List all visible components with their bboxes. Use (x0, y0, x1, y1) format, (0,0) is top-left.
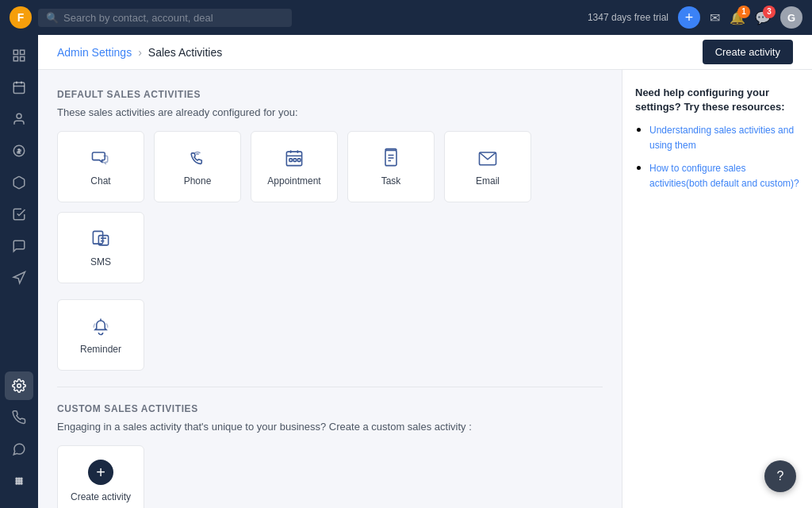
email-button[interactable]: ✉ (710, 10, 720, 25)
svg-point-16 (18, 480, 20, 482)
megaphone-icon (12, 271, 26, 285)
sidebar-item-calendar[interactable] (5, 73, 33, 102)
logo[interactable]: F (10, 6, 32, 29)
activity-label-task: Task (381, 175, 401, 187)
right-panel-link-2[interactable]: How to configure sales activities(both d… (649, 163, 799, 189)
svg-rect-1 (21, 50, 25, 54)
trial-text: 1347 days free trial (588, 12, 668, 23)
svg-rect-4 (13, 83, 25, 94)
right-panel-link-item-1: Understanding sales activities and using… (649, 122, 799, 152)
contacts-icon (12, 112, 26, 126)
custom-activity-grid: + Create activity (57, 445, 603, 508)
activity-card-phone[interactable]: Phone (154, 131, 241, 202)
custom-section-title: CUSTOM SALES ACTIVITIES (57, 403, 603, 414)
custom-section-desc: Engaging in a sales activity that's uniq… (57, 421, 603, 433)
notification-button[interactable]: 🔔 1 (730, 10, 745, 25)
apps-icon (12, 474, 26, 488)
custom-section: CUSTOM SALES ACTIVITIES Engaging in a sa… (57, 403, 603, 508)
right-panel-title: Need help configuring your settings? Try… (635, 86, 799, 114)
reminder-activity-icon (90, 315, 112, 337)
svg-point-14 (21, 478, 22, 479)
activity-label-reminder: Reminder (80, 344, 121, 355)
breadcrumb-separator: › (138, 46, 142, 59)
search-input[interactable] (63, 12, 284, 24)
main-layout: Admin Settings › Sales Activities Create… (0, 35, 812, 508)
phone-icon (12, 410, 26, 425)
default-section-desc: These sales activities are already confi… (57, 106, 603, 118)
sms-activity-icon (90, 228, 112, 250)
avatar[interactable]: G (780, 6, 802, 29)
activity-label-sms: SMS (90, 256, 111, 267)
sidebar-item-home[interactable] (5, 41, 33, 70)
chat-bubble-icon (12, 442, 26, 456)
breadcrumb-parent[interactable]: Admin Settings (57, 46, 132, 59)
breadcrumb-current: Sales Activities (148, 46, 222, 59)
activity-card-email[interactable]: Email (444, 131, 531, 202)
svg-point-15 (16, 480, 17, 482)
sidebar-item-apps[interactable] (5, 467, 33, 495)
main-content-row: DEFAULT SALES ACTIVITIES These sales act… (38, 70, 812, 508)
activity-card-appointment[interactable]: Appointment (251, 131, 338, 202)
create-activity-button[interactable]: Create activity (703, 40, 793, 64)
svg-point-11 (17, 384, 21, 388)
search-bar[interactable]: 🔍 (38, 9, 292, 27)
right-panel-link-item-2: How to configure sales activities(both d… (649, 160, 799, 190)
help-button[interactable]: ? (764, 460, 796, 492)
svg-point-17 (21, 480, 22, 482)
add-button[interactable]: + (678, 6, 700, 29)
svg-rect-3 (21, 57, 25, 61)
content-area: Admin Settings › Sales Activities Create… (38, 35, 812, 508)
sidebar-item-chat[interactable] (5, 435, 33, 464)
svg-point-12 (16, 478, 17, 479)
right-panel: Need help configuring your settings? Try… (622, 70, 812, 508)
message-badge: 3 (763, 6, 776, 18)
svg-rect-27 (297, 159, 301, 162)
message-icon (12, 239, 26, 253)
sidebar-item-campaigns[interactable] (5, 264, 33, 292)
home-icon (12, 48, 26, 63)
left-panel: DEFAULT SALES ACTIVITIES These sales act… (38, 70, 622, 508)
right-panel-links: Understanding sales activities and using… (635, 122, 799, 190)
activity-label-chat: Chat (90, 175, 110, 187)
sidebar-item-tasks[interactable] (5, 200, 33, 229)
calendar-icon (12, 80, 26, 94)
activity-card-chat[interactable]: Chat (57, 131, 144, 202)
activity-card-sms[interactable]: SMS (57, 212, 144, 283)
breadcrumb: Admin Settings › Sales Activities Create… (38, 35, 812, 70)
svg-point-18 (16, 483, 17, 484)
chat-activity-icon (90, 147, 112, 169)
svg-rect-2 (13, 57, 17, 61)
settings-icon (12, 379, 26, 393)
default-section: DEFAULT SALES ACTIVITIES These sales act… (57, 89, 603, 371)
svg-rect-0 (13, 50, 17, 54)
svg-rect-25 (289, 159, 293, 162)
box-icon (12, 175, 26, 190)
page: Admin Settings › Sales Activities Create… (38, 35, 812, 508)
sidebar-item-messages[interactable] (5, 232, 33, 260)
activity-label-email: Email (476, 175, 500, 187)
phone-activity-icon (186, 147, 209, 169)
sidebar-item-deals[interactable] (5, 137, 33, 165)
topbar: F 🔍 1347 days free trial + ✉ 🔔 1 💬 3 G (0, 0, 812, 35)
create-activity-card[interactable]: + Create activity (57, 445, 144, 508)
create-activity-label: Create activity (71, 491, 131, 502)
sidebar-item-settings[interactable] (5, 371, 33, 400)
sidebar-item-phone[interactable] (5, 403, 33, 432)
svg-point-13 (18, 478, 20, 479)
dollar-icon (12, 144, 26, 158)
default-section-title: DEFAULT SALES ACTIVITIES (57, 89, 603, 100)
sidebar-item-contacts[interactable] (5, 105, 33, 133)
tasks-icon (12, 207, 26, 221)
sidebar-item-products[interactable] (5, 168, 33, 197)
right-panel-link-1[interactable]: Understanding sales activities and using… (649, 125, 794, 151)
appointment-activity-icon (283, 147, 305, 169)
topbar-right: 1347 days free trial + ✉ 🔔 1 💬 3 G (588, 6, 802, 29)
task-activity-icon (380, 147, 402, 169)
create-activity-icon: + (88, 460, 113, 485)
default-activity-grid: Chat Phone (57, 131, 603, 283)
activity-label-appointment: Appointment (267, 175, 320, 187)
messages-button[interactable]: 💬 3 (755, 10, 771, 25)
search-icon: 🔍 (46, 12, 59, 24)
activity-card-reminder[interactable]: Reminder (57, 299, 144, 371)
activity-card-task[interactable]: Task (347, 131, 435, 202)
